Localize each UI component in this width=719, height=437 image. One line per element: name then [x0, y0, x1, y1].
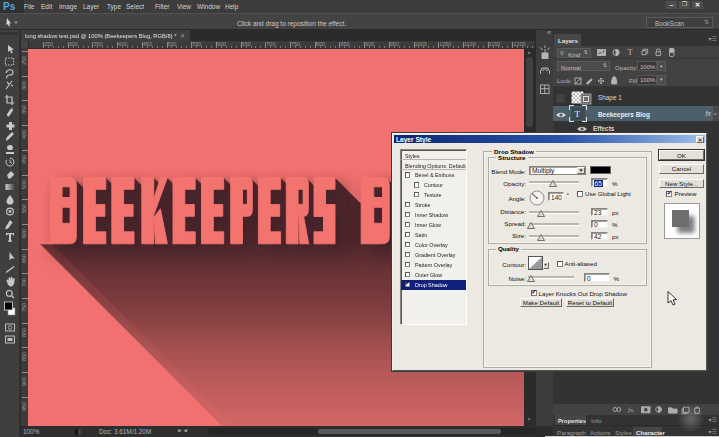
svg-text:T: T [628, 47, 634, 57]
svg-text:fx.: fx. [628, 406, 635, 414]
